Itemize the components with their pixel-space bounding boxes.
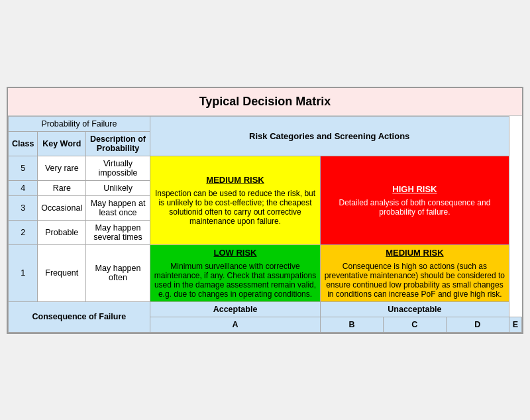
keyword-4: Rare <box>38 180 86 195</box>
low-risk-title: LOW RISK <box>154 248 317 258</box>
medium-risk2-cell: MEDIUM RISK Consequence is high so actio… <box>321 244 509 301</box>
medium-risk2-text: Consequence is high so actions (such as … <box>324 262 505 299</box>
unacceptable-header: Unacceptable <box>321 301 509 317</box>
col-b: B <box>321 317 384 332</box>
class-1: 1 <box>9 244 38 301</box>
keyword-2: Probable <box>38 220 86 244</box>
desc-5: Virtually impossible <box>86 156 150 180</box>
page-title: Typical Decision Matrix <box>8 88 522 116</box>
col-c: C <box>383 317 446 332</box>
medium-risk-title: MEDIUM RISK <box>154 175 317 185</box>
col-e: E <box>509 317 521 332</box>
high-risk-cell: HIGH RISK Detailed analysis of both cons… <box>321 156 509 244</box>
risk-categories-header: Risk Categories and Screening Actions <box>150 116 509 156</box>
keyword-3: Occasional <box>38 195 86 220</box>
consequence-label: Consequence of Failure <box>9 301 150 332</box>
col-d: D <box>446 317 509 332</box>
high-risk-title: HIGH RISK <box>324 184 505 194</box>
medium-risk-cell: MEDIUM RISK Inspection can be used to re… <box>150 156 320 244</box>
col-description-header: Description of Probability <box>86 131 150 156</box>
class-4: 4 <box>9 180 38 195</box>
medium-risk2-title: MEDIUM RISK <box>324 248 505 258</box>
keyword-1: Frequent <box>38 244 86 301</box>
col-keyword-header: Key Word <box>38 131 86 156</box>
class-5: 5 <box>9 156 38 180</box>
low-risk-text: Minimum surveillance with corrective mai… <box>154 262 317 299</box>
probability-header: Probability of Failure <box>9 116 150 131</box>
low-risk-cell: LOW RISK Minimum surveillance with corre… <box>150 244 320 301</box>
class-2: 2 <box>9 220 38 244</box>
col-class-header: Class <box>9 131 38 156</box>
keyword-5: Very rare <box>38 156 86 180</box>
desc-1: May happen often <box>86 244 150 301</box>
desc-4: Unlikely <box>86 180 150 195</box>
desc-2: May happen several times <box>86 220 150 244</box>
class-3: 3 <box>9 195 38 220</box>
high-risk-text: Detailed analysis of both consequence an… <box>324 198 505 217</box>
medium-risk-text: Inspection can be used to reduce the ris… <box>154 189 317 226</box>
acceptable-header: Acceptable <box>150 301 320 317</box>
col-a: A <box>150 317 320 332</box>
desc-3: May happen at least once <box>86 195 150 220</box>
main-container: Typical Decision Matrix Probability of F… <box>7 87 523 334</box>
